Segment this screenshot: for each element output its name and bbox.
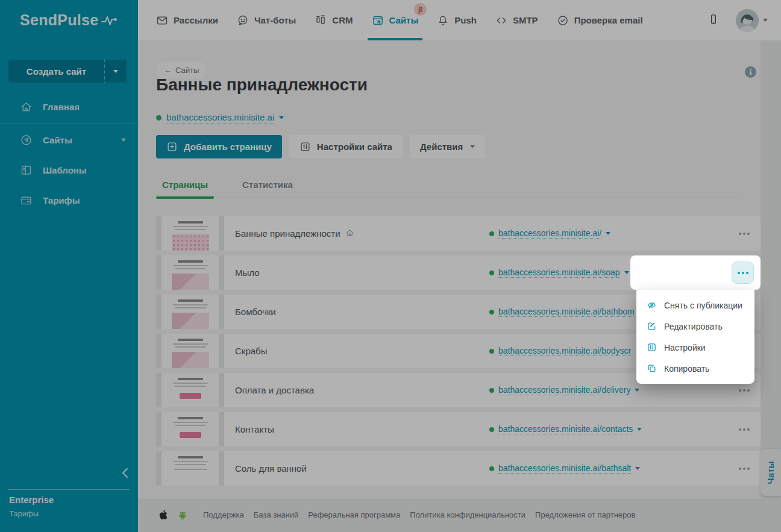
row-menu-button-active[interactable] xyxy=(732,261,754,284)
menu-item-unpublish[interactable]: Снять с публикации xyxy=(636,295,754,316)
copy-icon xyxy=(647,363,657,374)
menu-item-label: Снять с публикации xyxy=(664,301,742,310)
page-context-menu: Снять с публикации Редактировать Настрой… xyxy=(636,290,754,384)
sendpulse-app: Рассылки Чат-боты CRM Сайты β Push SM xyxy=(0,0,781,532)
menu-item-label: Копировать xyxy=(664,364,709,374)
menu-item-label: Настройки xyxy=(664,343,706,352)
eye-off-icon xyxy=(647,300,657,310)
menu-item-copy[interactable]: Копировать xyxy=(636,358,754,379)
menu-item-settings[interactable]: Настройки xyxy=(636,337,754,358)
row-menu-highlight xyxy=(630,255,761,290)
menu-item-edit[interactable]: Редактировать xyxy=(636,316,754,337)
menu-item-label: Редактировать xyxy=(664,322,723,331)
edit-icon xyxy=(647,321,657,331)
ellipsis-icon xyxy=(738,272,748,274)
settings-sliders-icon xyxy=(647,342,657,352)
